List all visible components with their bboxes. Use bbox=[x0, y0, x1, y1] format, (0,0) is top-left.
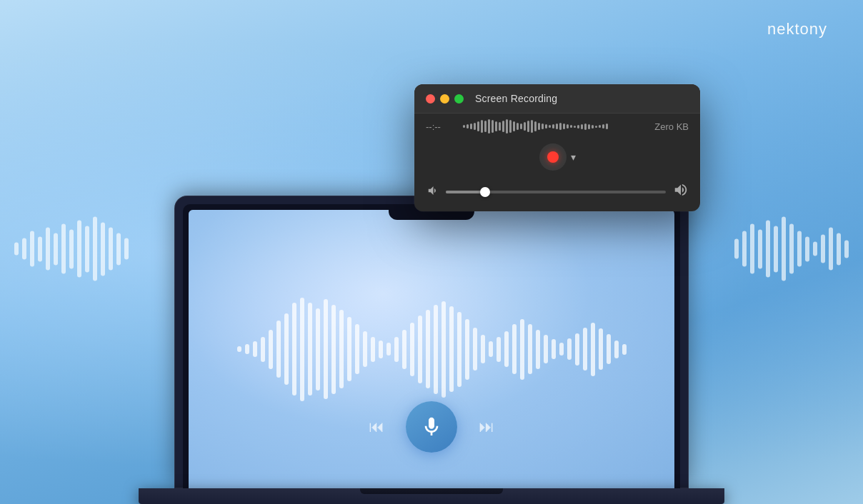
wave-bar bbox=[457, 312, 462, 387]
laptop-screen: ⏮ ⏭ bbox=[189, 210, 674, 488]
skip-back-icon[interactable]: ⏮ bbox=[369, 418, 384, 436]
ext-bar bbox=[14, 243, 19, 256]
panel-wave-bar bbox=[606, 124, 608, 129]
wave-bar bbox=[465, 319, 469, 380]
ext-bar bbox=[758, 229, 762, 268]
wave-bar bbox=[331, 305, 336, 394]
skip-forward-icon[interactable]: ⏭ bbox=[479, 418, 494, 436]
ext-bar bbox=[844, 240, 849, 258]
recording-timer: --:-- bbox=[426, 121, 454, 132]
panel-wave-bar bbox=[542, 124, 544, 129]
maximize-button[interactable] bbox=[454, 94, 464, 104]
wave-bar bbox=[434, 305, 438, 394]
panel-wave-bar bbox=[549, 125, 551, 128]
traffic-lights bbox=[426, 94, 464, 104]
panel-wave-bar bbox=[467, 124, 469, 128]
panel-wave-bar bbox=[531, 120, 533, 133]
panel-wave-bar bbox=[581, 124, 583, 129]
panel-wave-bar bbox=[477, 121, 479, 131]
panel-wave-bar bbox=[492, 120, 494, 133]
wave-bar bbox=[237, 346, 241, 352]
ext-bar bbox=[837, 233, 841, 265]
record-button[interactable] bbox=[539, 143, 567, 171]
wave-bar bbox=[245, 344, 249, 354]
ext-bar bbox=[821, 235, 825, 263]
panel-wave-bar bbox=[499, 122, 501, 131]
mic-button[interactable] bbox=[406, 401, 457, 453]
wave-bar bbox=[292, 303, 296, 395]
ext-bar bbox=[750, 224, 754, 274]
wave-bar bbox=[269, 330, 273, 369]
panel-wave-bar bbox=[545, 124, 547, 128]
ext-bar bbox=[829, 228, 833, 271]
ext-bar bbox=[22, 238, 26, 260]
ext-bar bbox=[61, 224, 66, 274]
wave-bar bbox=[276, 321, 281, 378]
wave-bar bbox=[300, 298, 304, 401]
ext-bar bbox=[54, 233, 58, 265]
panel-wave-bar bbox=[563, 124, 565, 129]
laptop-outer: ⏮ ⏭ bbox=[174, 196, 689, 488]
brand-logo: nektony bbox=[767, 20, 827, 39]
ext-bar bbox=[742, 231, 747, 267]
wave-bar bbox=[567, 338, 572, 360]
panel-wave-bar bbox=[488, 119, 490, 133]
volume-row bbox=[414, 176, 700, 211]
panel-wave-bar bbox=[527, 121, 529, 132]
wave-bar bbox=[253, 341, 257, 357]
volume-slider[interactable] bbox=[446, 191, 666, 193]
laptop-body: ⏮ ⏭ bbox=[174, 196, 689, 488]
ext-bar bbox=[782, 217, 786, 281]
wave-bar bbox=[363, 331, 367, 367]
ext-bar bbox=[85, 226, 89, 272]
panel-wave-bar bbox=[559, 123, 562, 130]
ext-bar bbox=[805, 236, 809, 261]
wave-bar bbox=[410, 323, 414, 376]
ext-bar bbox=[46, 228, 50, 271]
microphone-icon bbox=[420, 415, 443, 438]
close-button[interactable] bbox=[426, 94, 435, 104]
panel-wave-bar bbox=[506, 119, 508, 133]
wave-bar bbox=[347, 317, 351, 381]
panel-wave-bar bbox=[463, 125, 465, 128]
wave-bar bbox=[418, 316, 422, 383]
brand-name: nektony bbox=[767, 20, 827, 38]
wave-bar bbox=[261, 337, 265, 362]
minimize-button[interactable] bbox=[440, 94, 449, 104]
record-chevron-icon[interactable]: ▾ bbox=[571, 151, 576, 163]
ext-bar bbox=[101, 222, 105, 276]
panel-wave-bar bbox=[584, 124, 587, 130]
panel-wave-bar bbox=[524, 122, 526, 131]
ext-bar bbox=[109, 228, 113, 271]
wave-bar bbox=[394, 337, 399, 362]
wave-bar bbox=[379, 341, 383, 358]
wave-bar bbox=[497, 337, 501, 362]
wave-bar bbox=[426, 310, 430, 388]
wave-bar bbox=[599, 328, 603, 370]
panel-record-row: ▾ bbox=[414, 139, 700, 176]
wave-bar bbox=[324, 299, 328, 399]
ext-bar bbox=[813, 242, 817, 256]
panel-wave-bar bbox=[517, 123, 519, 130]
wave-bar bbox=[449, 306, 454, 392]
panel-wave-bar bbox=[513, 121, 515, 131]
wave-bar bbox=[559, 343, 564, 356]
panel-wave-bar bbox=[595, 126, 597, 128]
panel-wave-bar bbox=[520, 124, 522, 129]
ext-bar bbox=[69, 229, 74, 268]
record-group: ▾ bbox=[539, 143, 576, 171]
panel-waveform bbox=[463, 119, 644, 133]
volume-thumb[interactable] bbox=[480, 187, 490, 197]
volume-high-icon bbox=[673, 182, 689, 201]
panel-wave-bar bbox=[538, 123, 540, 130]
panel-wave-bar bbox=[567, 124, 569, 128]
panel-wave-bar bbox=[570, 125, 572, 128]
ext-bar bbox=[38, 236, 42, 261]
ext-bar bbox=[116, 233, 121, 265]
wave-bar bbox=[583, 328, 587, 371]
panel-wave-bar bbox=[574, 126, 576, 128]
panel-info-row: --:-- bbox=[414, 114, 700, 139]
recording-size: Zero KB bbox=[653, 121, 689, 132]
ext-waveform-right bbox=[734, 217, 849, 281]
panel-wave-bar bbox=[474, 123, 476, 130]
